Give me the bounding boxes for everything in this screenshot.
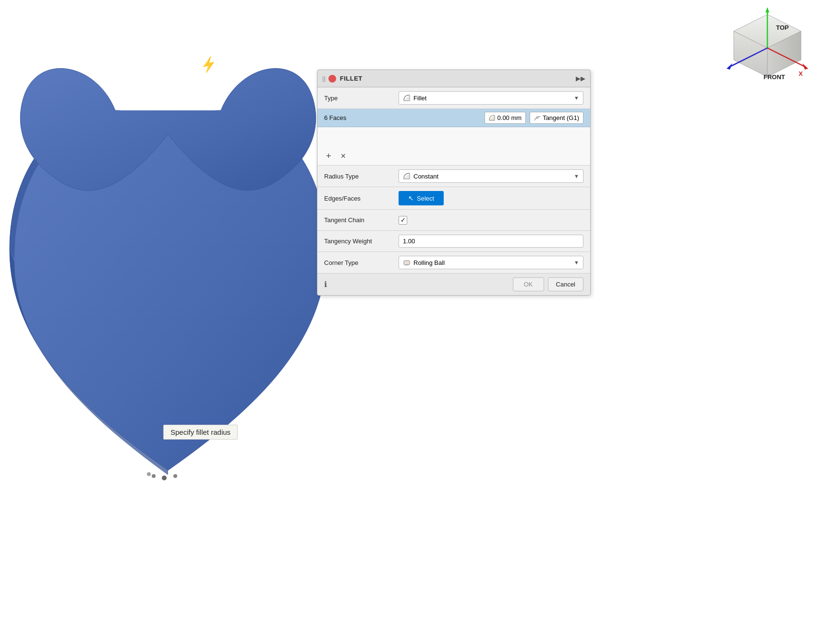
orientation-cube[interactable]: FRONT TOP X <box>724 5 811 91</box>
corner-type-row: Corner Type Rolling Ball ▼ <box>317 252 590 273</box>
fillet-type-icon <box>403 94 411 102</box>
panel-header[interactable]: || FILLET ▶▶ <box>317 70 590 87</box>
svg-point-1 <box>147 472 151 476</box>
svg-point-17 <box>536 117 538 119</box>
faces-label: 6 Faces <box>324 114 481 121</box>
panel-collapse-icon[interactable]: ▶▶ <box>576 75 585 82</box>
faces-value[interactable]: 0.00 mm <box>485 112 526 124</box>
radius-type-value: Constant <box>413 173 438 180</box>
svg-point-4 <box>173 474 177 478</box>
faces-row[interactable]: 6 Faces 0.00 mm Tangent (G1) <box>317 109 590 127</box>
svg-marker-9 <box>765 7 769 12</box>
faces-empty-area: + × <box>317 127 590 166</box>
panel-footer: ℹ OK Cancel <box>317 273 590 295</box>
radius-type-row: Radius Type Constant ▼ <box>317 166 590 187</box>
info-icon: ℹ <box>324 280 327 288</box>
tooltip-text: Specify fillet radius <box>170 428 231 436</box>
footer-info: ℹ <box>324 280 509 289</box>
fillet-tooltip: Specify fillet radius <box>163 425 238 440</box>
svg-text:X: X <box>799 70 803 77</box>
svg-text:TOP: TOP <box>776 24 789 31</box>
corner-type-control[interactable]: Rolling Ball ▼ <box>399 256 583 269</box>
radius-type-control[interactable]: Constant ▼ <box>399 169 583 183</box>
edges-faces-row: Edges/Faces ↖ Select <box>317 187 590 210</box>
faces-tangent[interactable]: Tangent (G1) <box>530 112 583 124</box>
tangent-chain-row: Tangent Chain ✓ <box>317 210 590 231</box>
radius-type-arrow: ▼ <box>574 173 579 179</box>
tangent-chain-label: Tangent Chain <box>324 216 399 224</box>
fillet-panel: || FILLET ▶▶ Type Fillet <box>317 70 591 296</box>
radius-type-dropdown[interactable]: Constant ▼ <box>399 169 583 183</box>
panel-close-icon[interactable] <box>328 75 336 83</box>
tangent-chain-control[interactable]: ✓ <box>399 216 583 225</box>
corner-type-dropdown-text: Rolling Ball <box>403 259 445 266</box>
cancel-button[interactable]: Cancel <box>548 277 583 291</box>
svg-text:⚡: ⚡ <box>198 55 218 74</box>
panel-body: Type Fillet ▼ <box>317 87 590 273</box>
faces-mm-value: 0.00 mm <box>497 114 522 121</box>
footer-buttons: OK Cancel <box>513 277 583 291</box>
type-control[interactable]: Fillet ▼ <box>399 91 583 105</box>
corner-type-value: Rolling Ball <box>413 259 445 266</box>
tangency-weight-input[interactable] <box>399 235 583 248</box>
cursor-icon: ↖ <box>408 194 414 202</box>
select-button[interactable]: ↖ Select <box>399 191 444 205</box>
edges-faces-control: ↖ Select <box>399 191 583 205</box>
tangent-chain-checkmark: ✓ <box>400 216 406 224</box>
panel-title: FILLET <box>340 75 576 82</box>
tangent-chain-checkbox[interactable]: ✓ <box>399 216 407 225</box>
faces-actions: + × <box>324 150 348 162</box>
corner-type-icon <box>403 259 411 266</box>
type-dropdown-text: Fillet <box>403 94 426 102</box>
radius-type-icon <box>403 172 411 180</box>
svg-text:FRONT: FRONT <box>764 73 785 81</box>
3d-viewport[interactable]: ⚡ Specify fillet radius <box>0 0 825 644</box>
svg-point-3 <box>162 476 167 480</box>
select-label: Select <box>417 195 434 202</box>
corner-type-dropdown[interactable]: Rolling Ball ▼ <box>399 256 583 269</box>
type-row: Type Fillet ▼ <box>317 87 590 109</box>
corner-type-label: Corner Type <box>324 259 399 266</box>
tangent-icon <box>534 115 541 121</box>
tangency-weight-row: Tangency Weight <box>317 231 590 252</box>
radius-type-dropdown-text: Constant <box>403 172 438 180</box>
type-dropdown-arrow: ▼ <box>574 95 579 101</box>
type-label: Type <box>324 95 399 102</box>
tangency-weight-label: Tangency Weight <box>324 238 399 245</box>
radius-type-label: Radius Type <box>324 173 399 180</box>
panel-grip: || <box>322 75 326 82</box>
svg-point-2 <box>152 474 156 478</box>
add-face-button[interactable]: + <box>324 150 333 162</box>
faces-icon <box>489 115 496 121</box>
remove-face-button[interactable]: × <box>339 150 348 162</box>
type-value: Fillet <box>413 95 426 102</box>
corner-type-arrow: ▼ <box>574 260 579 265</box>
ok-button[interactable]: OK <box>513 277 544 291</box>
tangency-weight-control[interactable] <box>399 235 583 248</box>
tangent-value: Tangent (G1) <box>543 114 579 121</box>
type-dropdown[interactable]: Fillet ▼ <box>399 91 583 105</box>
svg-rect-18 <box>404 261 410 265</box>
edges-faces-label: Edges/Faces <box>324 195 399 202</box>
